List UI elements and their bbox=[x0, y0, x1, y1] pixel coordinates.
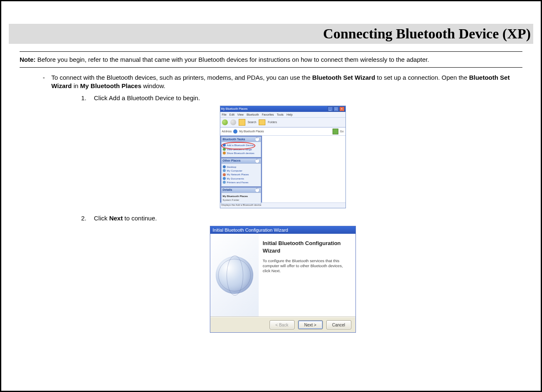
step-list: 1. Click Add a Bluetooth Device to begin… bbox=[70, 94, 514, 102]
divider bbox=[20, 51, 522, 52]
maximize-button[interactable]: □ bbox=[333, 106, 339, 111]
window-controls: _ □ × bbox=[328, 106, 345, 111]
back-button[interactable]: < Back bbox=[270, 320, 295, 329]
menu-file[interactable]: File bbox=[222, 113, 227, 116]
close-button[interactable]: × bbox=[339, 106, 345, 111]
computer-icon bbox=[223, 169, 226, 172]
task-icon bbox=[223, 148, 226, 151]
documents-icon bbox=[223, 177, 226, 180]
menu-favorites[interactable]: Favorites bbox=[262, 113, 274, 116]
step-1-text: Click Add a Bluetooth Device to begin. bbox=[94, 94, 514, 102]
intro-mid: to set up a connection. Open the bbox=[375, 74, 469, 81]
task-view-devices[interactable]: View devices in range bbox=[223, 147, 260, 151]
other-places-body: Desktop My Computer My Network Places My… bbox=[222, 164, 261, 186]
window-titlebar: My Bluetooth Places _ □ × bbox=[220, 106, 345, 112]
globe-icon bbox=[216, 256, 253, 294]
details-type: System Folder bbox=[223, 198, 260, 202]
step-1-number: 1. bbox=[70, 94, 94, 102]
intro-pre: To connect with the Bluetooth devices, s… bbox=[51, 74, 312, 81]
place-printers-label: Printers and Faxes bbox=[227, 181, 249, 184]
bluetooth-icon bbox=[223, 144, 226, 147]
address-value[interactable]: My Bluetooth Places bbox=[239, 130, 264, 134]
place-desktop[interactable]: Desktop bbox=[223, 165, 260, 169]
toolbar: Search Folders bbox=[220, 118, 345, 127]
folders-icon[interactable] bbox=[259, 119, 265, 125]
up-icon[interactable] bbox=[239, 119, 245, 126]
next-button[interactable]: Next > bbox=[298, 320, 323, 329]
details-panel: Details˄ My Bluetooth Places System Fold… bbox=[221, 187, 261, 204]
bullet-content: To connect with the Bluetooth devices, s… bbox=[51, 73, 522, 339]
task-add-device[interactable]: Add a Bluetooth Device bbox=[223, 143, 260, 147]
forward-button[interactable] bbox=[230, 119, 236, 125]
back-button[interactable] bbox=[222, 119, 228, 125]
step-list-2: 2. Click Next to continue. bbox=[70, 214, 514, 223]
minimize-button[interactable]: _ bbox=[328, 106, 333, 111]
step-2-text: Click Next to continue. bbox=[94, 214, 514, 223]
my-bluetooth-places-window: My Bluetooth Places _ □ × File Edit bbox=[220, 106, 346, 208]
chevron-icon: ˄ bbox=[255, 159, 260, 163]
step-2-post: to continue. bbox=[123, 215, 157, 222]
folders-button[interactable]: Folders bbox=[268, 121, 277, 124]
wizard-button-row: < Back Next > Cancel bbox=[210, 317, 355, 332]
intro-bold-1: Bluetooth Set Wizard bbox=[312, 74, 375, 81]
side-panel: Bluetooth Tasks˄ Add a Bluetooth Device bbox=[220, 136, 262, 202]
wizard-titlebar: Initial Bluetooth Configuration Wizard bbox=[210, 226, 355, 234]
place-desktop-label: Desktop bbox=[227, 165, 237, 168]
menu-help[interactable]: Help bbox=[287, 113, 292, 116]
note-text: Before you begin, refer to the manual th… bbox=[35, 56, 429, 63]
bluetooth-tasks-label: Bluetooth Tasks bbox=[223, 137, 245, 141]
menu-tools[interactable]: Tools bbox=[277, 113, 283, 116]
details-header[interactable]: Details˄ bbox=[222, 188, 261, 193]
go-label: Go bbox=[340, 130, 344, 134]
bluetooth-icon bbox=[233, 129, 237, 134]
place-my-computer[interactable]: My Computer bbox=[223, 169, 260, 172]
task-show-devices[interactable]: Show Bluetooth devices bbox=[223, 151, 260, 155]
bullet-row: - To connect with the Bluetooth devices,… bbox=[36, 73, 522, 339]
place-printers[interactable]: Printers and Faxes bbox=[223, 180, 260, 184]
cancel-button[interactable]: Cancel bbox=[326, 320, 351, 329]
figure-2-wrap: Initial Bluetooth Configuration Wizard I… bbox=[51, 226, 514, 333]
content-area: Note: Before you begin, refer to the man… bbox=[20, 51, 522, 339]
place-documents[interactable]: My Documents bbox=[223, 177, 260, 180]
printer-icon bbox=[223, 181, 226, 184]
menu-edit[interactable]: Edit bbox=[229, 113, 234, 116]
other-places-label: Other Places bbox=[223, 159, 241, 162]
place-my-computer-label: My Computer bbox=[227, 169, 242, 172]
other-places-panel: Other Places˄ Desktop My Computer My Net… bbox=[221, 158, 261, 187]
task-add-device-label: Add a Bluetooth Device bbox=[227, 144, 254, 147]
window-body: Bluetooth Tasks˄ Add a Bluetooth Device bbox=[220, 136, 345, 202]
menu-bluetooth[interactable]: Bluetooth bbox=[247, 113, 259, 116]
step-2-bold: Next bbox=[109, 215, 123, 222]
intro-mid-2: in bbox=[72, 82, 80, 89]
chevron-icon: ˄ bbox=[255, 137, 260, 142]
step-1: 1. Click Add a Bluetooth Device to begin… bbox=[70, 94, 514, 102]
wizard-text-area: Initial Bluetooth Configuration Wizard T… bbox=[259, 234, 355, 316]
figure-1-wrap: My Bluetooth Places _ □ × File Edit bbox=[51, 106, 514, 208]
content-pane[interactable] bbox=[262, 136, 345, 202]
wizard-description: To configure the Bluetooth services that… bbox=[263, 258, 350, 273]
document-page: Connecting Bluetooth Device (XP) Note: B… bbox=[0, 0, 542, 392]
search-button[interactable]: Search bbox=[248, 121, 257, 124]
bullet-dash: - bbox=[36, 73, 51, 339]
wizard-heading: Initial Bluetooth Configuration Wizard bbox=[263, 240, 350, 254]
go-button[interactable] bbox=[333, 129, 338, 134]
details-name: My Bluetooth Places bbox=[223, 194, 260, 198]
address-bar: Address My Bluetooth Places Go bbox=[220, 127, 345, 136]
chevron-icon: ˄ bbox=[255, 188, 260, 192]
place-documents-label: My Documents bbox=[227, 177, 244, 180]
note-line: Note: Before you begin, refer to the man… bbox=[20, 56, 522, 63]
place-network[interactable]: My Network Places bbox=[223, 172, 260, 176]
bluetooth-tasks-body: Add a Bluetooth Device View devices in r… bbox=[222, 142, 261, 157]
bluetooth-tasks-header[interactable]: Bluetooth Tasks˄ bbox=[222, 137, 261, 142]
menu-view[interactable]: View bbox=[237, 113, 244, 116]
menu-bar: File Edit View Bluetooth Favorites Tools… bbox=[220, 112, 345, 118]
divider bbox=[20, 67, 522, 68]
step-2-pre: Click bbox=[94, 215, 109, 222]
task-view-devices-label: View devices in range bbox=[227, 148, 252, 151]
title-band: Connecting Bluetooth Device (XP) bbox=[9, 24, 533, 44]
wizard-banner bbox=[210, 234, 259, 316]
bluetooth-tasks-panel: Bluetooth Tasks˄ Add a Bluetooth Device bbox=[221, 137, 261, 157]
task-show-devices-label: Show Bluetooth devices bbox=[227, 152, 255, 154]
intro-bold-3: My Bluetooth Places bbox=[80, 82, 141, 89]
other-places-header[interactable]: Other Places˄ bbox=[222, 159, 261, 164]
